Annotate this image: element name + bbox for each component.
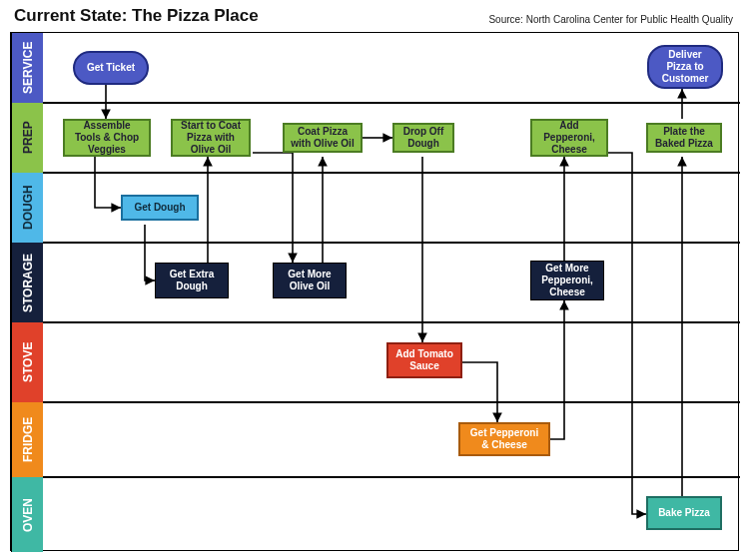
node-plate-pizza: Plate the Baked Pizza xyxy=(646,123,722,153)
source-credit: Source: North Carolina Center for Public… xyxy=(488,14,733,25)
lane-label-stove: STOVE xyxy=(11,322,43,402)
node-tomato-sauce: Add Tomato Sauce xyxy=(386,342,462,378)
diagram-root: Current State: The Pizza Place Source: N… xyxy=(0,0,749,560)
node-drop-dough: Drop Off Dough xyxy=(392,123,454,153)
lane-label-prep: PREP xyxy=(11,103,43,173)
lane-label-fridge: FRIDGE xyxy=(11,402,43,477)
lane-label-dough: DOUGH xyxy=(11,173,43,243)
node-get-pep-cheese: Get Pepperoni & Cheese xyxy=(458,422,550,456)
node-more-pep-cheese: Get More Pepperoni, Cheese xyxy=(530,261,604,300)
node-bake-pizza: Bake Pizza xyxy=(646,496,722,530)
node-extra-dough: Get Extra Dough xyxy=(155,263,229,298)
node-assemble: Assemble Tools & Chop Veggies xyxy=(63,119,151,157)
node-get-ticket: Get Ticket xyxy=(73,51,149,85)
lane-label-oven: OVEN xyxy=(11,477,43,552)
node-coat-oil: Coat Pizza with Olive Oil xyxy=(283,123,363,153)
lane-oven: OVEN xyxy=(11,477,740,552)
lane-label-service: SERVICE xyxy=(11,33,43,103)
swimlane-chart: SERVICE PREP DOUGH STORAGE STOVE FRIDGE … xyxy=(10,32,739,551)
lane-storage: STORAGE xyxy=(11,243,740,322)
node-start-coat: Start to Coat Pizza with Olive Oil xyxy=(171,119,251,157)
lane-label-storage: STORAGE xyxy=(11,243,43,322)
node-get-dough: Get Dough xyxy=(121,195,199,221)
page-title: Current State: The Pizza Place xyxy=(14,6,259,26)
node-deliver: Deliver Pizza to Customer xyxy=(647,45,723,89)
lane-fridge: FRIDGE xyxy=(11,402,740,477)
lane-stove: STOVE xyxy=(11,322,740,402)
node-more-oil: Get More Olive Oil xyxy=(273,263,347,298)
node-add-pep-cheese: Add Pepperoni, Cheese xyxy=(530,119,608,157)
